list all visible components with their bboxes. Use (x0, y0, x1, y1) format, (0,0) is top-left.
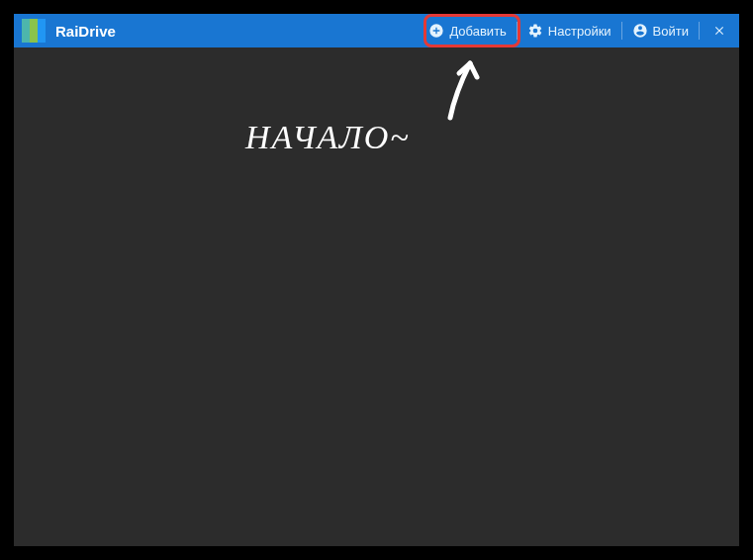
app-logo-icon (22, 19, 46, 43)
application-window: RaiDrive Добавить Настройки Войти (14, 14, 739, 546)
user-circle-icon (632, 23, 648, 39)
settings-button[interactable]: Настройки (518, 14, 621, 47)
main-content-area (14, 47, 739, 546)
titlebar: RaiDrive Добавить Настройки Войти (14, 14, 739, 47)
login-button[interactable]: Войти (622, 14, 699, 47)
plus-circle-icon (428, 23, 444, 39)
close-button[interactable] (700, 14, 739, 47)
gear-icon (527, 23, 543, 39)
add-button-label: Добавить (449, 24, 506, 39)
login-button-label: Войти (653, 24, 689, 39)
settings-button-label: Настройки (548, 24, 612, 39)
add-button[interactable]: Добавить (419, 14, 516, 47)
app-name: RaiDrive (55, 23, 116, 40)
close-icon (712, 24, 726, 38)
